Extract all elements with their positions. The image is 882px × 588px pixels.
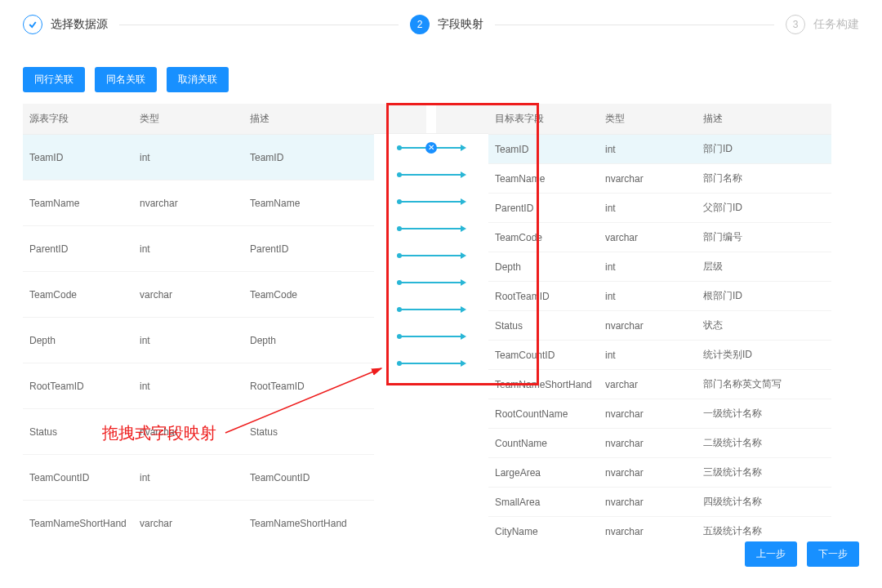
cell-type: varchar xyxy=(133,501,243,546)
cell-type: int xyxy=(599,135,697,164)
cell-field: TeamNameShortHand xyxy=(488,370,599,399)
cell-field: TeamCountID xyxy=(23,455,133,501)
table-row[interactable]: CountNamenvarchar二级统计名称 xyxy=(488,429,831,458)
cell-type: nvarchar xyxy=(599,399,697,429)
cell-desc: TeamNameShortHand xyxy=(243,501,374,546)
next-button[interactable]: 下一步 xyxy=(807,541,859,567)
col-source-field: 源表字段 xyxy=(23,104,133,135)
link-arrow-icon xyxy=(399,336,463,337)
cell-field: SmallArea xyxy=(488,488,599,517)
mapping-link[interactable] xyxy=(374,323,488,350)
table-row[interactable]: ParentIDintParentID xyxy=(23,226,374,272)
table-row[interactable]: TeamNamenvarcharTeamName xyxy=(23,180,374,226)
cell-type: int xyxy=(133,135,243,180)
cell-desc: 统计类别ID xyxy=(697,341,831,370)
cell-field: RootCountName xyxy=(488,399,599,429)
step-field-mapping[interactable]: 2 字段映射 xyxy=(410,15,483,34)
link-arrow-icon xyxy=(399,255,463,256)
col-type: 类型 xyxy=(599,104,697,135)
link-arrow-icon xyxy=(399,228,463,229)
cell-field: TeamID xyxy=(23,135,133,180)
mapping-link[interactable] xyxy=(374,188,488,215)
cell-type: int xyxy=(133,318,243,363)
prev-button[interactable]: 上一步 xyxy=(745,541,797,567)
table-row[interactable]: StatusnvarcharStatus xyxy=(23,409,374,455)
cell-desc: TeamCountID xyxy=(243,455,374,501)
wizard-steps: 选择数据源 2 字段映射 3 任务构建 xyxy=(23,15,859,34)
cell-type: nvarchar xyxy=(599,517,697,546)
cell-desc: 父部门ID xyxy=(697,194,831,223)
cell-desc: 部门名称 xyxy=(697,164,831,194)
mapping-connector-column: ✕ xyxy=(374,104,488,546)
mapping-link[interactable] xyxy=(374,215,488,242)
cancel-link-button[interactable]: 取消关联 xyxy=(167,67,229,92)
cell-field: TeamID xyxy=(488,135,599,164)
col-target-field: 目标表字段 xyxy=(488,104,599,135)
col-desc: 描述 xyxy=(697,104,831,135)
cell-type: nvarchar xyxy=(133,180,243,226)
cell-field: Depth xyxy=(23,318,133,363)
table-row[interactable]: RootTeamIDint根部门ID xyxy=(488,282,831,311)
step-task-build[interactable]: 3 任务构建 xyxy=(786,15,859,34)
cell-field: TeamName xyxy=(488,164,599,194)
connector-header xyxy=(374,104,488,134)
table-row[interactable]: RootCountNamenvarchar一级统计名称 xyxy=(488,399,831,429)
table-row[interactable]: TeamNamenvarchar部门名称 xyxy=(488,164,831,194)
table-row[interactable]: TeamCountIDintTeamCountID xyxy=(23,455,374,501)
cell-field: RootTeamID xyxy=(488,282,599,311)
mapping-link[interactable] xyxy=(374,269,488,296)
step-label: 任务构建 xyxy=(813,17,859,32)
table-row[interactable]: Statusnvarchar状态 xyxy=(488,311,831,341)
table-row[interactable]: SmallAreanvarchar四级统计名称 xyxy=(488,488,831,517)
step-number: 2 xyxy=(410,15,430,34)
same-row-link-button[interactable]: 同行关联 xyxy=(23,67,85,92)
cell-desc: TeamCode xyxy=(243,272,374,318)
cell-field: Status xyxy=(23,409,133,455)
mapping-link[interactable] xyxy=(374,161,488,188)
step-label: 字段映射 xyxy=(438,17,483,32)
link-arrow-icon xyxy=(399,309,463,310)
cell-field: TeamNameShortHand xyxy=(23,501,133,546)
table-row[interactable]: RootTeamIDintRootTeamID xyxy=(23,363,374,409)
cell-type: int xyxy=(133,363,243,409)
mapping-link[interactable]: ✕ xyxy=(374,134,488,161)
check-icon xyxy=(23,15,42,34)
table-row[interactable]: TeamNameShortHandvarchar部门名称英文简写 xyxy=(488,370,831,399)
same-name-link-button[interactable]: 同名关联 xyxy=(95,67,157,92)
table-row[interactable]: TeamNameShortHandvarcharTeamNameShortHan… xyxy=(23,501,374,546)
cell-type: nvarchar xyxy=(599,488,697,517)
table-row[interactable]: LargeAreanvarchar三级统计名称 xyxy=(488,458,831,488)
cell-desc: Depth xyxy=(243,318,374,363)
footer-nav: 上一步 下一步 xyxy=(745,541,859,567)
table-row[interactable]: TeamCountIDint统计类别ID xyxy=(488,341,831,370)
cell-type: int xyxy=(133,455,243,501)
table-row[interactable]: TeamIDint部门ID xyxy=(488,135,831,164)
cell-desc: 状态 xyxy=(697,311,831,341)
table-row[interactable]: TeamIDintTeamID xyxy=(23,135,374,180)
step-number: 3 xyxy=(786,15,805,34)
table-row[interactable]: TeamCodevarchar部门编号 xyxy=(488,223,831,252)
cell-type: nvarchar xyxy=(599,164,697,194)
step-datasource[interactable]: 选择数据源 xyxy=(23,15,108,34)
step-divider xyxy=(119,24,399,25)
cell-desc: 部门名称英文简写 xyxy=(697,370,831,399)
mapping-link[interactable] xyxy=(374,350,488,376)
link-arrow-icon xyxy=(399,363,463,364)
col-desc: 描述 xyxy=(243,104,374,135)
table-row[interactable]: ParentIDint父部门ID xyxy=(488,194,831,223)
cell-type: int xyxy=(599,282,697,311)
cell-field: CountName xyxy=(488,429,599,458)
table-row[interactable]: TeamCodevarcharTeamCode xyxy=(23,272,374,318)
cell-type: varchar xyxy=(133,272,243,318)
mapping-link[interactable] xyxy=(374,242,488,269)
cell-field: RootTeamID xyxy=(23,363,133,409)
cell-desc: 三级统计名称 xyxy=(697,458,831,488)
cell-field: Depth xyxy=(488,252,599,282)
cell-field: TeamCode xyxy=(488,223,599,252)
remove-link-icon[interactable]: ✕ xyxy=(425,142,437,154)
cell-type: int xyxy=(599,252,697,282)
mapping-link[interactable] xyxy=(374,296,488,323)
table-row[interactable]: DepthintDepth xyxy=(23,318,374,363)
cell-desc: 部门编号 xyxy=(697,223,831,252)
table-row[interactable]: Depthint层级 xyxy=(488,252,831,282)
